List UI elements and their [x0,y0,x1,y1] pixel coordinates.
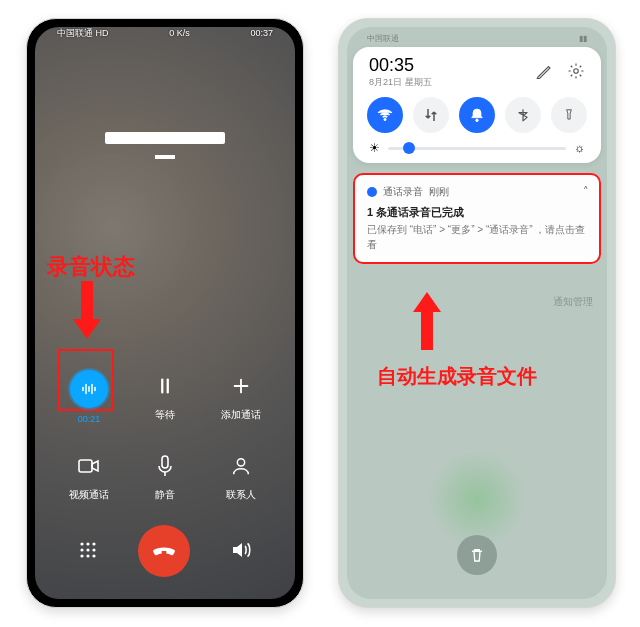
notification-title: 1 条通话录音已完成 [367,205,587,220]
status-bar-right: 中国联通 ▮▮ [347,27,607,45]
bottom-row [27,525,303,577]
dialpad-button[interactable] [76,538,100,565]
notification-time: 刚刚 [429,185,449,199]
status-bar: 中国联通 HD 0 K/s 00:37 [27,19,303,41]
video-call-button[interactable]: 视频通话 [51,450,127,502]
add-call-label: 添加通话 [221,408,261,422]
brightness-low-icon: ☀︎ [369,141,380,155]
mic-icon [149,450,181,482]
svg-point-23 [384,118,386,120]
arrow-up-icon [417,292,437,350]
svg-point-24 [476,119,479,122]
mute-button[interactable]: 静音 [127,450,203,502]
phone-left-frame: 中国联通 HD 0 K/s 00:37 录音状态 00:21 等待 [26,18,304,608]
waveform-icon [70,370,108,408]
svg-point-12 [237,459,244,466]
flashlight-tile[interactable] [551,97,587,133]
pause-icon [149,370,181,402]
add-call-button[interactable]: 添加通话 [203,370,279,424]
notification-app-icon [367,187,377,197]
clear-all-button[interactable] [457,535,497,575]
status-speed: 0 K/s [169,28,190,38]
svg-point-15 [92,542,95,545]
glow-effect [427,449,527,549]
plus-icon [225,370,257,402]
contact-sub [155,155,175,159]
svg-point-17 [86,548,89,551]
svg-point-14 [86,542,89,545]
edit-icon[interactable] [535,62,553,83]
qs-date: 8月21日 星期五 [369,76,432,89]
wifi-tile[interactable] [367,97,403,133]
contacts-label: 联系人 [226,488,256,502]
speaker-button[interactable] [228,538,254,565]
svg-point-18 [92,548,95,551]
svg-point-13 [80,542,83,545]
annotation-left: 录音状态 [47,252,135,282]
notification-panel-screen: 中国联通 ▮▮ 00:35 8月21日 星期五 [347,27,607,599]
svg-point-19 [80,554,83,557]
notification-card[interactable]: 通话录音 刚刚 ˄ 1 条通话录音已完成 已保存到 “电话” > “更多” > … [353,173,601,264]
contact-name [105,132,225,144]
svg-rect-9 [79,460,92,472]
settings-icon[interactable] [567,62,585,83]
svg-point-16 [80,548,83,551]
call-wallpaper [35,27,295,599]
person-icon [225,450,257,482]
phone-down-icon [150,537,178,565]
notifications-tile[interactable] [459,97,495,133]
svg-point-20 [86,554,89,557]
phone-right-frame: 中国联通 ▮▮ 00:35 8月21日 星期五 [338,18,616,608]
record-button[interactable]: 00:21 [51,370,127,424]
status-time: 00:37 [250,28,273,38]
trash-icon [468,546,486,564]
brightness-high-icon: ☼ [574,141,585,155]
hold-label: 等待 [155,408,175,422]
quick-settings-panel: 00:35 8月21日 星期五 ☀︎ ☼ [353,47,601,163]
annotation-right: 自动生成录音文件 [377,363,537,390]
video-call-label: 视频通话 [69,488,109,502]
chevron-up-icon[interactable]: ˄ [583,185,589,198]
data-tile[interactable] [413,97,449,133]
status-carrier-right: 中国联通 [367,33,399,44]
notification-app-name: 通话录音 [383,185,423,199]
bluetooth-tile[interactable] [505,97,541,133]
mute-label: 静音 [155,488,175,502]
svg-point-21 [92,554,95,557]
status-carrier: 中国联通 HD [57,27,109,40]
record-label: 00:21 [78,414,101,424]
notification-manager-link[interactable]: 通知管理 [553,295,593,309]
video-icon [73,450,105,482]
status-icons-right: ▮▮ [579,34,587,43]
call-controls-grid: 00:21 等待 添加通话 视频通话 静音 [27,370,303,502]
arrow-down-icon [77,281,97,339]
svg-rect-10 [162,456,168,468]
svg-point-22 [574,68,579,73]
hold-button[interactable]: 等待 [127,370,203,424]
contacts-button[interactable]: 联系人 [203,450,279,502]
end-call-button[interactable] [138,525,190,577]
qs-tiles [365,97,589,133]
brightness-slider[interactable]: ☀︎ ☼ [365,141,589,157]
contact-block [105,132,225,162]
notification-body: 已保存到 “电话” > “更多” > “通话录音” ，请点击查看 [367,222,587,252]
qs-time: 00:35 [369,55,432,76]
